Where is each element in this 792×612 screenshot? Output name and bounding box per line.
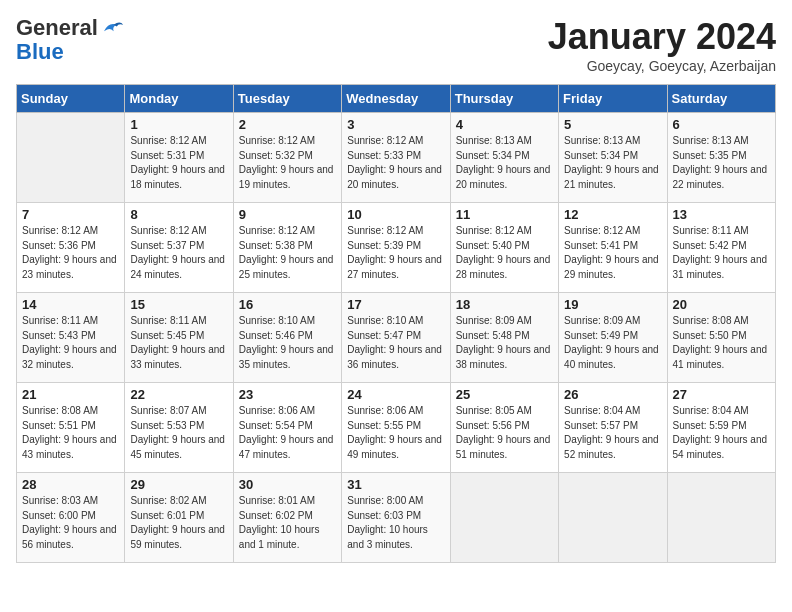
day-info: Sunrise: 8:09 AMSunset: 5:49 PMDaylight:…: [564, 315, 659, 370]
calendar-cell: 24Sunrise: 8:06 AMSunset: 5:55 PMDayligh…: [342, 383, 450, 473]
header-day-thursday: Thursday: [450, 85, 558, 113]
calendar-cell: 20Sunrise: 8:08 AMSunset: 5:50 PMDayligh…: [667, 293, 775, 383]
calendar-header: SundayMondayTuesdayWednesdayThursdayFrid…: [17, 85, 776, 113]
day-number: 11: [456, 207, 553, 222]
calendar-cell: 25Sunrise: 8:05 AMSunset: 5:56 PMDayligh…: [450, 383, 558, 473]
logo: General Blue: [16, 16, 124, 64]
day-number: 17: [347, 297, 444, 312]
day-info: Sunrise: 8:13 AMSunset: 5:34 PMDaylight:…: [456, 135, 551, 190]
calendar-cell: 12Sunrise: 8:12 AMSunset: 5:41 PMDayligh…: [559, 203, 667, 293]
calendar-cell: 7Sunrise: 8:12 AMSunset: 5:36 PMDaylight…: [17, 203, 125, 293]
day-info: Sunrise: 8:12 AMSunset: 5:38 PMDaylight:…: [239, 225, 334, 280]
header-day-friday: Friday: [559, 85, 667, 113]
day-info: Sunrise: 8:12 AMSunset: 5:31 PMDaylight:…: [130, 135, 225, 190]
day-number: 26: [564, 387, 661, 402]
day-number: 27: [673, 387, 770, 402]
calendar-cell: [667, 473, 775, 563]
day-info: Sunrise: 8:12 AMSunset: 5:33 PMDaylight:…: [347, 135, 442, 190]
calendar-cell: 28Sunrise: 8:03 AMSunset: 6:00 PMDayligh…: [17, 473, 125, 563]
calendar-cell: 15Sunrise: 8:11 AMSunset: 5:45 PMDayligh…: [125, 293, 233, 383]
calendar-table: SundayMondayTuesdayWednesdayThursdayFrid…: [16, 84, 776, 563]
day-number: 29: [130, 477, 227, 492]
calendar-cell: [559, 473, 667, 563]
day-info: Sunrise: 8:04 AMSunset: 5:59 PMDaylight:…: [673, 405, 768, 460]
title-block: January 2024 Goeycay, Goeycay, Azerbaija…: [548, 16, 776, 74]
page-header: General Blue January 2024 Goeycay, Goeyc…: [16, 16, 776, 74]
day-number: 30: [239, 477, 336, 492]
day-number: 19: [564, 297, 661, 312]
day-info: Sunrise: 8:12 AMSunset: 5:32 PMDaylight:…: [239, 135, 334, 190]
day-number: 12: [564, 207, 661, 222]
day-number: 6: [673, 117, 770, 132]
day-number: 23: [239, 387, 336, 402]
calendar-cell: 17Sunrise: 8:10 AMSunset: 5:47 PMDayligh…: [342, 293, 450, 383]
week-row-0: 1Sunrise: 8:12 AMSunset: 5:31 PMDaylight…: [17, 113, 776, 203]
day-number: 22: [130, 387, 227, 402]
header-day-monday: Monday: [125, 85, 233, 113]
calendar-cell: 31Sunrise: 8:00 AMSunset: 6:03 PMDayligh…: [342, 473, 450, 563]
day-info: Sunrise: 8:12 AMSunset: 5:40 PMDaylight:…: [456, 225, 551, 280]
logo-general: General: [16, 16, 98, 40]
header-day-saturday: Saturday: [667, 85, 775, 113]
day-info: Sunrise: 8:06 AMSunset: 5:55 PMDaylight:…: [347, 405, 442, 460]
calendar-cell: 27Sunrise: 8:04 AMSunset: 5:59 PMDayligh…: [667, 383, 775, 473]
day-info: Sunrise: 8:11 AMSunset: 5:42 PMDaylight:…: [673, 225, 768, 280]
header-row: SundayMondayTuesdayWednesdayThursdayFrid…: [17, 85, 776, 113]
day-info: Sunrise: 8:11 AMSunset: 5:45 PMDaylight:…: [130, 315, 225, 370]
day-number: 16: [239, 297, 336, 312]
calendar-cell: 3Sunrise: 8:12 AMSunset: 5:33 PMDaylight…: [342, 113, 450, 203]
calendar-cell: 16Sunrise: 8:10 AMSunset: 5:46 PMDayligh…: [233, 293, 341, 383]
day-info: Sunrise: 8:13 AMSunset: 5:34 PMDaylight:…: [564, 135, 659, 190]
day-info: Sunrise: 8:13 AMSunset: 5:35 PMDaylight:…: [673, 135, 768, 190]
day-number: 20: [673, 297, 770, 312]
day-info: Sunrise: 8:12 AMSunset: 5:41 PMDaylight:…: [564, 225, 659, 280]
calendar-cell: 9Sunrise: 8:12 AMSunset: 5:38 PMDaylight…: [233, 203, 341, 293]
day-info: Sunrise: 8:12 AMSunset: 5:36 PMDaylight:…: [22, 225, 117, 280]
day-number: 24: [347, 387, 444, 402]
header-day-sunday: Sunday: [17, 85, 125, 113]
day-number: 8: [130, 207, 227, 222]
calendar-cell: 30Sunrise: 8:01 AMSunset: 6:02 PMDayligh…: [233, 473, 341, 563]
logo-bird-icon: [100, 20, 124, 36]
day-number: 5: [564, 117, 661, 132]
day-info: Sunrise: 8:08 AMSunset: 5:50 PMDaylight:…: [673, 315, 768, 370]
day-number: 21: [22, 387, 119, 402]
day-info: Sunrise: 8:01 AMSunset: 6:02 PMDaylight:…: [239, 495, 320, 550]
day-info: Sunrise: 8:10 AMSunset: 5:47 PMDaylight:…: [347, 315, 442, 370]
day-info: Sunrise: 8:02 AMSunset: 6:01 PMDaylight:…: [130, 495, 225, 550]
calendar-cell: 22Sunrise: 8:07 AMSunset: 5:53 PMDayligh…: [125, 383, 233, 473]
day-number: 3: [347, 117, 444, 132]
calendar-cell: 6Sunrise: 8:13 AMSunset: 5:35 PMDaylight…: [667, 113, 775, 203]
day-info: Sunrise: 8:12 AMSunset: 5:37 PMDaylight:…: [130, 225, 225, 280]
calendar-cell: 2Sunrise: 8:12 AMSunset: 5:32 PMDaylight…: [233, 113, 341, 203]
day-number: 10: [347, 207, 444, 222]
day-number: 14: [22, 297, 119, 312]
week-row-2: 14Sunrise: 8:11 AMSunset: 5:43 PMDayligh…: [17, 293, 776, 383]
calendar-cell: 8Sunrise: 8:12 AMSunset: 5:37 PMDaylight…: [125, 203, 233, 293]
day-info: Sunrise: 8:10 AMSunset: 5:46 PMDaylight:…: [239, 315, 334, 370]
week-row-1: 7Sunrise: 8:12 AMSunset: 5:36 PMDaylight…: [17, 203, 776, 293]
location: Goeycay, Goeycay, Azerbaijan: [548, 58, 776, 74]
day-info: Sunrise: 8:05 AMSunset: 5:56 PMDaylight:…: [456, 405, 551, 460]
day-number: 25: [456, 387, 553, 402]
day-info: Sunrise: 8:08 AMSunset: 5:51 PMDaylight:…: [22, 405, 117, 460]
day-info: Sunrise: 8:06 AMSunset: 5:54 PMDaylight:…: [239, 405, 334, 460]
day-number: 18: [456, 297, 553, 312]
header-day-tuesday: Tuesday: [233, 85, 341, 113]
day-number: 1: [130, 117, 227, 132]
calendar-cell: 5Sunrise: 8:13 AMSunset: 5:34 PMDaylight…: [559, 113, 667, 203]
calendar-cell: 19Sunrise: 8:09 AMSunset: 5:49 PMDayligh…: [559, 293, 667, 383]
day-number: 4: [456, 117, 553, 132]
day-info: Sunrise: 8:12 AMSunset: 5:39 PMDaylight:…: [347, 225, 442, 280]
week-row-3: 21Sunrise: 8:08 AMSunset: 5:51 PMDayligh…: [17, 383, 776, 473]
day-info: Sunrise: 8:00 AMSunset: 6:03 PMDaylight:…: [347, 495, 428, 550]
day-number: 13: [673, 207, 770, 222]
day-number: 15: [130, 297, 227, 312]
day-info: Sunrise: 8:09 AMSunset: 5:48 PMDaylight:…: [456, 315, 551, 370]
header-day-wednesday: Wednesday: [342, 85, 450, 113]
day-info: Sunrise: 8:04 AMSunset: 5:57 PMDaylight:…: [564, 405, 659, 460]
month-title: January 2024: [548, 16, 776, 58]
day-info: Sunrise: 8:07 AMSunset: 5:53 PMDaylight:…: [130, 405, 225, 460]
calendar-body: 1Sunrise: 8:12 AMSunset: 5:31 PMDaylight…: [17, 113, 776, 563]
day-info: Sunrise: 8:03 AMSunset: 6:00 PMDaylight:…: [22, 495, 117, 550]
